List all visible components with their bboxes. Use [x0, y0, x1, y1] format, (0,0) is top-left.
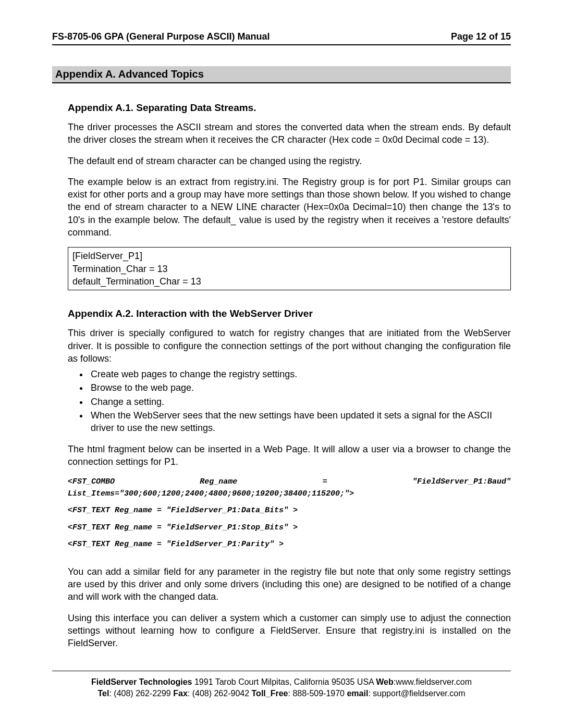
section-a2-para4: Using this interface you can deliver a s…: [68, 612, 511, 650]
footer-tel-label: Tel: [98, 689, 109, 698]
section-a2-para1: This driver is specially configured to w…: [68, 327, 511, 365]
code-combo-val: "FieldServer_P1:Baud": [412, 476, 511, 488]
appendix-title-bar: Appendix A. Advanced Topics: [52, 66, 511, 83]
code-combo-regname: Reg_name: [200, 476, 237, 488]
section-a1-title: Appendix A.1. Separating Data Streams.: [68, 102, 511, 114]
footer-email-label: email: [347, 689, 368, 698]
code-line-2: Termination_Char = 13: [72, 263, 506, 275]
section-a2-title: Appendix A.2. Interaction with the WebSe…: [68, 308, 511, 319]
footer-fax-label: Fax: [173, 689, 188, 698]
section-a1-para3: The example below is an extract from reg…: [68, 176, 511, 239]
page-number: Page 12 of 15: [451, 31, 511, 42]
footer-rule: [52, 671, 511, 671]
registry-code-box: [FieldServer_P1] Termination_Char = 13 d…: [68, 247, 511, 290]
code-combo-eq: =: [323, 476, 327, 488]
page-header: FS-8705-06 GPA (General Purpose ASCII) M…: [52, 31, 511, 45]
code-line-1: [FieldServer_P1]: [72, 250, 506, 262]
section-a2-para2: The html fragment below can be inserted …: [68, 443, 511, 468]
doc-title: FS-8705-06 GPA (General Purpose ASCII) M…: [52, 31, 270, 42]
footer-toll: : 888-509-1970: [288, 689, 347, 698]
code-combo-tag: <FST_COMBO: [68, 476, 115, 488]
footer-company: FieldServer Technologies: [91, 677, 192, 686]
section-a1-para1: The driver processes the ASCII stream an…: [68, 121, 511, 146]
code-line-3: default_Termination_Char = 13: [72, 275, 506, 288]
code-text-parity: <FST_TEXT Reg_name = "FieldServer_P1:Par…: [68, 539, 511, 551]
page-footer: FieldServer Technologies 1991 Tarob Cour…: [52, 676, 511, 700]
code-text-stopbits: <FST_TEXT Reg_name = "FieldServer_P1:Sto…: [68, 522, 511, 534]
footer-email: : support@fieldserver.com: [368, 689, 465, 698]
footer-web-label: Web: [376, 677, 393, 686]
footer-tel: : (408) 262-2299: [109, 689, 173, 698]
list-item: Browse to the web page.: [89, 381, 511, 394]
footer-web: :www.fieldserver.com: [394, 677, 472, 686]
code-text-databits: <FST_TEXT Reg_name = "FieldServer_P1:Dat…: [68, 505, 511, 517]
footer-fax: : (408) 262-9042: [188, 689, 252, 698]
list-item: Create web pages to change the registry …: [89, 368, 511, 380]
list-item: When the WebServer sees that the new set…: [89, 409, 511, 435]
html-fragment-block: <FST_COMBO Reg_name = "FieldServer_P1:Ba…: [68, 476, 511, 551]
code-combo-list: List_Items="300;600;1200;2400;4800;9600;…: [68, 488, 511, 500]
list-item: Change a setting.: [89, 396, 511, 408]
section-a1-para2: The default end of stream character can …: [68, 155, 511, 167]
section-a2-para3: You can add a similar field for any para…: [68, 565, 511, 603]
footer-address: 1991 Tarob Court Milpitas, California 95…: [192, 677, 376, 686]
instruction-list: Create web pages to change the registry …: [89, 368, 511, 434]
footer-toll-label: Toll_Free: [252, 689, 288, 698]
